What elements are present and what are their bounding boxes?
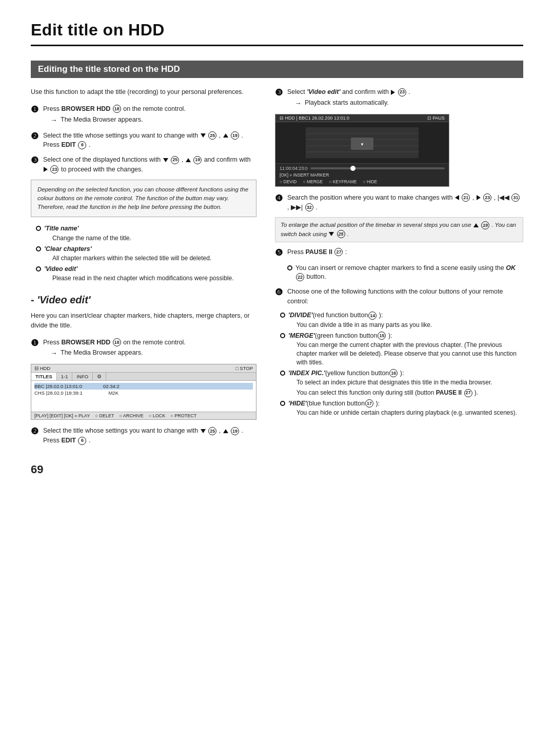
pause-label: PAUSE II (305, 248, 332, 256)
browser-footer-play: [PLAY] [EDIT] [OK] = PLAY (34, 413, 90, 418)
bullet-divide-label: 'DIVIDE'(red function button14 ): (288, 311, 432, 320)
btn-devid: ○ DEVID (280, 179, 296, 184)
r-step-4-num: ❹ (275, 193, 285, 204)
italic-note-text: To enlarge the actual position of the ti… (281, 222, 516, 237)
step-1-bold: BROWSER HDD (61, 105, 110, 112)
bullet-hide: 'HIDE'(blue function button17 ): You can… (280, 399, 523, 417)
step-1: ❶ Press BROWSER HDD 18 on the remote con… (31, 104, 256, 126)
s2-step-1: ❶ Press BROWSER HDD 18 on the remote con… (31, 338, 256, 359)
step-1-arrow: → The Media Browser appears. (50, 115, 256, 126)
r-step-3-num: ❸ (275, 87, 285, 99)
s2-step-1-sub: The Media Browser appears. (61, 348, 143, 358)
browser-body: BBC |28.02.0 |13:01:0 02:34:2 CHS |28.02… (31, 381, 256, 412)
s2-arrow: → (50, 348, 57, 359)
bullet-index-desc2: You can select this function only during… (296, 389, 492, 397)
circle-18: 18 (113, 105, 121, 113)
bullet-merge-content: 'MERGE'(green function button15 ): You c… (288, 332, 523, 367)
bullet-hide-desc: You can hide or unhide certain chapters … (296, 409, 517, 417)
bullet-hide-label: 'HIDE'(blue function button17 ): (288, 399, 517, 409)
circle-19c: 19 (481, 221, 489, 229)
bullet-merge-desc: You can merge the current chapter with t… (296, 341, 523, 366)
r-step-3-content: Select 'Video edit' and confirm with 23 … (287, 87, 523, 109)
playback-area: ▼ (275, 122, 449, 163)
playback-controls: 11:00:04:23⊙ [OK] = INSERT MARKER ○ DEVI… (275, 163, 449, 186)
circle-14: 14 (368, 312, 377, 320)
playback-topbar: ⊟ HDD | BBC1 26.02.200 13:01:0 ⊡ PAUS (275, 114, 449, 122)
section2-title: - 'Video edit' (31, 294, 256, 306)
r-step-5-content: Press PAUSE II 27 : (287, 247, 523, 257)
bullet-divide-desc: You can divide a title in as many parts … (296, 321, 432, 329)
circle-31: 31 (511, 193, 520, 202)
browser-row2-num: M2K (103, 390, 118, 396)
s2-circle-18: 18 (113, 338, 121, 346)
bullet-clear-desc: All chapter markers within the selected … (52, 254, 211, 263)
bullet-circle-3-icon (36, 266, 41, 272)
browser-footer-lock: ○ LOCK (149, 413, 165, 418)
bullet-index-pic: 'INDEX PIC.'(yellow function button16 ):… (280, 369, 523, 397)
browser-row2-title: CHS |28.02.0 |18:39:1 (34, 390, 101, 396)
circle-27: 27 (334, 248, 343, 256)
bullet-index-label: 'INDEX PIC.'(yellow function button16 ): (288, 369, 492, 378)
intro-text: Use this function to adapt the title (re… (31, 87, 256, 97)
circle-25b: 25 (171, 156, 179, 164)
s2-step-1-content: Press BROWSER HDD 18 on the remote contr… (43, 338, 256, 359)
note-text: Depending on the selected function, you … (37, 186, 248, 210)
browser-topbar-left: ⊟ HDD (34, 365, 50, 371)
r-step-5-num: ❺ (275, 247, 285, 259)
bullet-circle-2-icon (36, 246, 41, 251)
playback-buttons-2: ○ DEVID ○ MERGE ○ KEYFRAME ○ HIDE (280, 179, 445, 184)
s2-step-2-content: Select the title whose settings you want… (43, 426, 256, 445)
bullet-index-content: 'INDEX PIC.'(yellow function button16 ):… (288, 369, 492, 397)
r-step-4-content: Search the position where you want to ma… (287, 193, 523, 212)
s2-tri-down (201, 429, 206, 433)
step-3: ❸ Select one of the displayed functions … (31, 155, 256, 175)
circle-16: 16 (389, 369, 398, 377)
step-2-num: ❷ (31, 131, 41, 142)
browser-row1-title: BBC |28.02.0 |13:01:0 (34, 383, 101, 389)
btn-merge: ○ MERGE (303, 179, 323, 184)
left-column: Use this function to adapt the title (re… (31, 87, 256, 451)
browser-tab-num: 1-1 (57, 373, 73, 380)
s2-step-2: ❷ Select the title whose settings you wa… (31, 426, 256, 445)
bullet-video-edit-content: 'Video edit' Please read in the next cha… (44, 265, 234, 283)
browser-topbar: ⊟ HDD □ STOP (31, 364, 256, 373)
r-step-3: ❸ Select 'Video edit' and confirm with 2… (275, 87, 523, 109)
note-box: Depending on the selected function, you … (31, 180, 256, 218)
bullet-video-edit-label: 'Video edit' (44, 265, 234, 274)
s2-step-1-arrow: → The Media Browser appears. (50, 348, 256, 359)
browser-tab-info: INFO (72, 373, 93, 380)
btn-insert-marker: [OK] = INSERT MARKER (280, 172, 329, 178)
bullet-video-edit: 'Video edit' Please read in the next cha… (36, 265, 256, 283)
s2-step-1-bold: BROWSER HDD (61, 339, 110, 346)
title-divider (31, 45, 523, 46)
browser-row1-num: 02:34:2 (103, 383, 118, 389)
playback-topbar-right: ⊡ PAUS (427, 115, 445, 121)
s2-circle-25: 25 (208, 427, 216, 435)
step5-bullet-text: You can insert or remove chapter markers… (295, 264, 523, 282)
r-step-6-content: Choose one of the following functions wi… (287, 287, 523, 306)
step-3-content: Select one of the displayed functions wi… (43, 155, 256, 175)
bullet-clear-chapters: 'Clear chapters' All chapter markers wit… (36, 245, 256, 263)
tri-right-4 (477, 195, 481, 200)
circle-23b: 23 (483, 193, 491, 202)
r-tri-right-3 (391, 90, 395, 95)
circle-6a: 6 (78, 141, 86, 149)
bullet-title-name: 'Title name' Change the name of the titl… (36, 224, 256, 242)
browser-screenshot: ⊟ HDD □ STOP TITLES 1-1 INFO ⚙ (31, 364, 256, 420)
svg-text:▼: ▼ (360, 142, 364, 147)
circle-17: 17 (365, 399, 373, 408)
tri-down-3 (163, 158, 168, 162)
bullet-divide-content: 'DIVIDE'(red function button14 ): You ca… (288, 311, 432, 329)
arrow-right: → (50, 115, 57, 126)
r-circle-23: 23 (398, 88, 406, 96)
timebar-track (310, 167, 445, 169)
r-step-5: ❺ Press PAUSE II 27 : (275, 247, 523, 259)
r-arr-3: → (294, 98, 302, 109)
browser-footer-delet: ○ DELET (95, 413, 114, 418)
browser-footer: [PLAY] [EDIT] [OK] = PLAY ○ DELET ○ ARCH… (31, 412, 256, 419)
section1-header: Editing the title stored on the HDD (31, 61, 523, 78)
btn-keyframe: ○ KEYFRAME (329, 179, 357, 184)
s2-step-2-edit: EDIT (61, 437, 75, 444)
triangle-down-icon (201, 133, 206, 138)
bullet-circle-icon (36, 226, 41, 231)
